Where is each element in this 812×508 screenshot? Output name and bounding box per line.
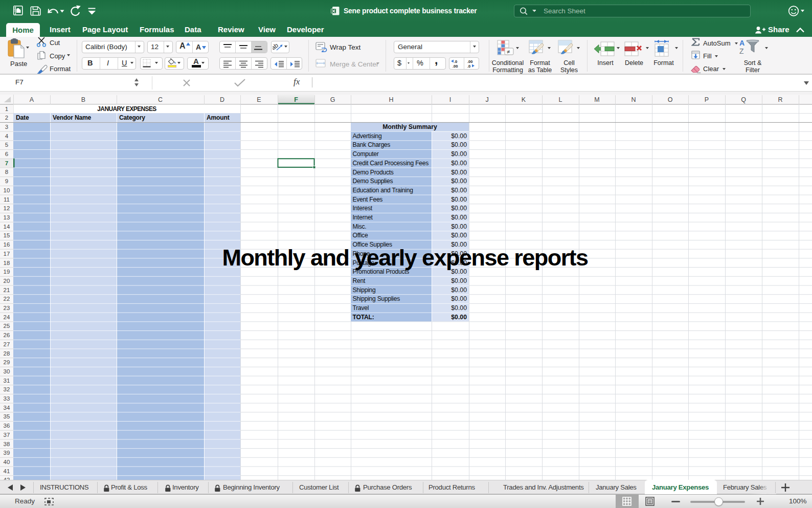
svg-text:12: 12 <box>4 205 10 211</box>
svg-text:Date: Date <box>16 114 29 121</box>
svg-text:39: 39 <box>4 450 10 456</box>
svg-text:B: B <box>81 96 85 103</box>
svg-text:37: 37 <box>4 432 10 438</box>
svg-text:$0.00: $0.00 <box>451 178 467 185</box>
svg-text:29: 29 <box>4 359 10 365</box>
svg-text:Demo Supplies: Demo Supplies <box>353 178 393 185</box>
svg-text:Advertising: Advertising <box>353 132 382 140</box>
svg-text:Bank Charges: Bank Charges <box>353 141 391 148</box>
svg-text:3: 3 <box>5 124 8 130</box>
svg-text:8: 8 <box>5 169 8 175</box>
svg-text:35: 35 <box>4 413 10 419</box>
svg-text:19: 19 <box>4 269 10 275</box>
svg-text:C: C <box>158 96 163 103</box>
svg-text:1: 1 <box>5 106 8 112</box>
svg-text:$0.00: $0.00 <box>451 187 467 194</box>
svg-text:$0.00: $0.00 <box>451 286 467 294</box>
svg-text:Misc.: Misc. <box>353 223 367 230</box>
svg-text:Shipping Supplies: Shipping Supplies <box>353 295 400 302</box>
svg-text:K: K <box>522 96 526 103</box>
svg-text:2: 2 <box>5 115 8 121</box>
svg-text:$0.00: $0.00 <box>451 196 467 203</box>
svg-text:10: 10 <box>4 187 10 193</box>
svg-text:11: 11 <box>4 196 10 203</box>
svg-text:15: 15 <box>4 232 10 238</box>
svg-text:TOTAL:: TOTAL: <box>353 314 374 321</box>
svg-text:25: 25 <box>4 323 10 329</box>
svg-text:13: 13 <box>4 214 10 220</box>
svg-text:$0.00: $0.00 <box>451 169 467 176</box>
svg-text:Internet: Internet <box>353 214 373 221</box>
svg-text:D: D <box>220 96 224 103</box>
svg-text:9: 9 <box>5 178 8 184</box>
svg-text:$0.00: $0.00 <box>451 277 467 284</box>
svg-text:31: 31 <box>4 378 10 384</box>
svg-text:Monthly Summary: Monthly Summary <box>382 123 437 130</box>
svg-text:Office: Office <box>353 232 368 239</box>
svg-text:14: 14 <box>4 224 10 230</box>
svg-text:$0.00: $0.00 <box>451 304 467 312</box>
svg-text:JANUARY EXPENSES: JANUARY EXPENSES <box>97 105 156 113</box>
svg-text:7: 7 <box>5 160 8 166</box>
svg-text:Credit Card Processing Fees: Credit Card Processing Fees <box>353 160 429 167</box>
svg-text:Demo Products: Demo Products <box>353 169 394 176</box>
svg-text:$0.00: $0.00 <box>451 141 467 148</box>
svg-text:32: 32 <box>4 386 10 392</box>
svg-text:20: 20 <box>4 278 10 284</box>
svg-text:F: F <box>294 96 298 103</box>
svg-text:$0.00: $0.00 <box>451 223 467 230</box>
svg-text:$0.00: $0.00 <box>451 314 467 321</box>
svg-text:$0.00: $0.00 <box>451 214 467 221</box>
svg-text:N: N <box>631 96 636 103</box>
svg-text:30: 30 <box>4 368 10 374</box>
svg-text:36: 36 <box>4 423 10 429</box>
svg-text:33: 33 <box>4 395 10 402</box>
svg-text:$0.00: $0.00 <box>451 160 467 167</box>
svg-text:40: 40 <box>4 459 10 465</box>
svg-text:23: 23 <box>4 305 10 311</box>
svg-text:O: O <box>668 96 673 103</box>
svg-text:P: P <box>705 96 709 103</box>
svg-text:$0.00: $0.00 <box>451 150 467 158</box>
svg-text:Computer: Computer <box>353 150 379 158</box>
svg-text:$0.00: $0.00 <box>451 295 467 302</box>
svg-text:Education and Training: Education and Training <box>353 187 413 194</box>
svg-text:26: 26 <box>4 332 10 338</box>
svg-text:27: 27 <box>4 341 10 347</box>
svg-text:I: I <box>449 96 451 103</box>
svg-text:41: 41 <box>4 468 10 474</box>
svg-text:34: 34 <box>4 405 10 411</box>
svg-text:Shipping: Shipping <box>353 286 376 294</box>
svg-text:Q: Q <box>741 96 746 103</box>
svg-text:28: 28 <box>4 350 10 357</box>
svg-text:Category: Category <box>119 114 145 121</box>
svg-text:E: E <box>257 96 261 103</box>
svg-text:Interest: Interest <box>353 205 373 212</box>
svg-text:M: M <box>594 96 599 103</box>
svg-text:21: 21 <box>4 287 10 293</box>
svg-text:$0.00: $0.00 <box>451 232 467 239</box>
svg-text:H: H <box>389 96 393 103</box>
svg-text:Event Fees: Event Fees <box>353 196 383 203</box>
svg-text:Vendor Name: Vendor Name <box>53 114 92 121</box>
svg-text:A: A <box>30 96 34 103</box>
svg-text:38: 38 <box>4 441 10 447</box>
svg-text:R: R <box>778 96 782 103</box>
svg-text:$0.00: $0.00 <box>451 132 467 140</box>
svg-text:J: J <box>485 96 488 103</box>
svg-text:Rent: Rent <box>353 277 366 284</box>
svg-text:Travel: Travel <box>353 304 369 312</box>
svg-text:4: 4 <box>5 133 9 139</box>
svg-text:L: L <box>559 96 562 103</box>
svg-text:G: G <box>330 96 335 103</box>
svg-text:24: 24 <box>4 314 10 320</box>
svg-text:5: 5 <box>5 142 8 148</box>
svg-text:22: 22 <box>4 296 10 302</box>
svg-text:$0.00: $0.00 <box>451 205 467 212</box>
svg-text:6: 6 <box>5 151 8 157</box>
svg-text:Amount: Amount <box>207 114 230 121</box>
